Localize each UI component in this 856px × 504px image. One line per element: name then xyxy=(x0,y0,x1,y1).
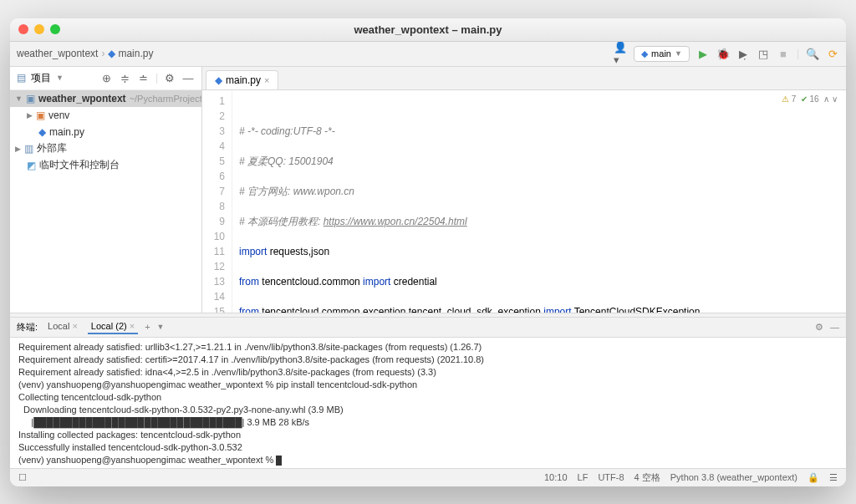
chevron-down-icon: ▼ xyxy=(15,94,23,103)
main-area: ▤ 项目 ▼ ⊕ ≑ ≐ | ⚙ — ▼ ▣ weather_wpontext … xyxy=(10,67,846,313)
hide-panel-icon[interactable]: — xyxy=(830,322,839,333)
ide-window: weather_wpontext – main.py weather_wpont… xyxy=(10,18,846,486)
code-content[interactable]: ⚠ 7 ✔ 16 ∧ ∨ # -*- coding:UTF-8 -*- # 夏柔… xyxy=(232,90,846,313)
editor-tab-main[interactable]: ◆ main.py × xyxy=(206,70,278,89)
run-config-dropdown[interactable]: ◆ main ▼ xyxy=(634,46,690,62)
user-icon[interactable]: 👤▾ xyxy=(614,47,627,60)
status-icon[interactable]: ☐ xyxy=(18,472,27,483)
chevron-right-icon: ▶ xyxy=(27,111,33,120)
line-ending[interactable]: LF xyxy=(578,472,588,482)
project-view-label[interactable]: 项目 xyxy=(31,71,51,85)
profile-button[interactable]: ◳ xyxy=(757,47,770,60)
tree-item-scratches[interactable]: ◩ 临时文件和控制台 xyxy=(10,157,201,174)
folder-icon: ▣ xyxy=(26,93,35,104)
tree-item-venv[interactable]: ▶ ▣ venv xyxy=(10,107,201,124)
notifications-icon[interactable]: ☰ xyxy=(829,472,838,483)
chevron-right-icon: › xyxy=(101,48,104,59)
interpreter[interactable]: Python 3.8 (weather_wpontext) xyxy=(670,472,797,482)
close-icon[interactable]: × xyxy=(72,321,77,331)
toolbar: weather_wpontext › ◆ main.py 👤▾ ◆ main ▼… xyxy=(10,42,846,67)
breadcrumb[interactable]: weather_wpontext › ◆ main.py xyxy=(17,48,153,59)
python-file-icon: ◆ xyxy=(641,48,648,59)
project-sidebar: ▤ 项目 ▼ ⊕ ≑ ≐ | ⚙ — ▼ ▣ weather_wpontext … xyxy=(10,67,202,313)
python-file-icon: ◆ xyxy=(215,74,222,86)
terminal-label: 终端: xyxy=(17,321,38,333)
chevron-right-icon: ▶ xyxy=(15,145,21,153)
zoom-window-button[interactable] xyxy=(50,24,60,34)
traffic-lights xyxy=(18,24,60,34)
tree-item-main-py[interactable]: ◆ main.py xyxy=(10,124,201,140)
coverage-button[interactable]: ▶̣ xyxy=(736,47,750,60)
run-button[interactable]: ▶ xyxy=(696,47,710,60)
collapse-all-icon[interactable]: ≐ xyxy=(137,71,150,84)
search-everywhere-button[interactable]: 🔍 xyxy=(806,47,819,60)
project-view-icon: ▤ xyxy=(17,72,26,84)
code-area[interactable]: 12345678910111213141516171819 ⚠ 7 ✔ 16 ∧… xyxy=(202,90,846,313)
scratches-icon: ◩ xyxy=(27,160,36,171)
close-icon[interactable]: × xyxy=(130,321,135,331)
python-file-icon: ◆ xyxy=(38,126,46,138)
stop-button[interactable]: ■ xyxy=(777,47,790,60)
folder-icon: ▣ xyxy=(36,109,45,121)
project-tree[interactable]: ▼ ▣ weather_wpontext ~/PycharmProjects/w… xyxy=(10,90,201,313)
chevron-down-icon: ▼ xyxy=(675,49,682,58)
titlebar[interactable]: weather_wpontext – main.py xyxy=(10,18,846,42)
terminal-output[interactable]: Requirement already satisfied: urllib3<1… xyxy=(10,338,846,468)
breadcrumb-project: weather_wpontext xyxy=(17,48,98,59)
expand-all-icon[interactable]: ≑ xyxy=(119,71,132,84)
chevron-down-icon[interactable]: ▼ xyxy=(56,74,64,82)
editor-tabs: ◆ main.py × xyxy=(202,67,846,90)
gutter[interactable]: 12345678910111213141516171819 xyxy=(202,90,232,313)
editor: ◆ main.py × 1234567891011121314151617181… xyxy=(202,67,846,313)
gear-icon[interactable]: ⚙ xyxy=(163,71,176,84)
hide-sidebar-icon[interactable]: — xyxy=(181,71,195,84)
libs-icon: ▥ xyxy=(24,143,33,155)
tree-item-external-libs[interactable]: ▶ ▥ 外部库 xyxy=(10,140,201,157)
window-title: weather_wpontext – main.py xyxy=(354,23,502,36)
statusbar: ☐ 10:10 LF UTF-8 4 空格 Python 3.8 (weathe… xyxy=(10,468,846,486)
new-terminal-button[interactable]: + xyxy=(145,322,150,332)
breadcrumb-file: ◆ main.py xyxy=(108,48,153,59)
cursor xyxy=(276,456,282,466)
close-icon[interactable]: × xyxy=(264,75,269,85)
terminal-dropdown[interactable]: ▼ xyxy=(157,323,165,331)
terminal-tab-local1[interactable]: Local × xyxy=(44,319,81,334)
gear-icon[interactable]: ⚙ xyxy=(815,322,823,333)
sync-button[interactable]: ⟳ xyxy=(826,47,839,60)
encoding[interactable]: UTF-8 xyxy=(598,472,624,482)
caret-position[interactable]: 10:10 xyxy=(544,472,568,482)
inspection-status[interactable]: ⚠ 7 ✔ 16 ∧ ∨ xyxy=(782,92,838,107)
select-opened-file-icon[interactable]: ⊕ xyxy=(100,71,114,84)
indent[interactable]: 4 空格 xyxy=(634,471,660,484)
close-window-button[interactable] xyxy=(18,24,28,34)
python-file-icon: ◆ xyxy=(108,48,115,59)
debug-button[interactable]: 🐞 xyxy=(716,47,730,60)
tree-item-project-root[interactable]: ▼ ▣ weather_wpontext ~/PycharmProjects/w… xyxy=(10,90,201,107)
sidebar-header: ▤ 项目 ▼ ⊕ ≑ ≐ | ⚙ — xyxy=(10,67,201,90)
terminal-tab-local2[interactable]: Local (2) × xyxy=(88,319,138,334)
lock-icon[interactable]: 🔒 xyxy=(808,472,819,483)
terminal-panel: 终端: Local × Local (2) × + ▼ ⚙ — Requirem… xyxy=(10,318,846,468)
minimize-window-button[interactable] xyxy=(34,24,44,34)
terminal-tabs: 终端: Local × Local (2) × + ▼ ⚙ — xyxy=(10,318,846,338)
